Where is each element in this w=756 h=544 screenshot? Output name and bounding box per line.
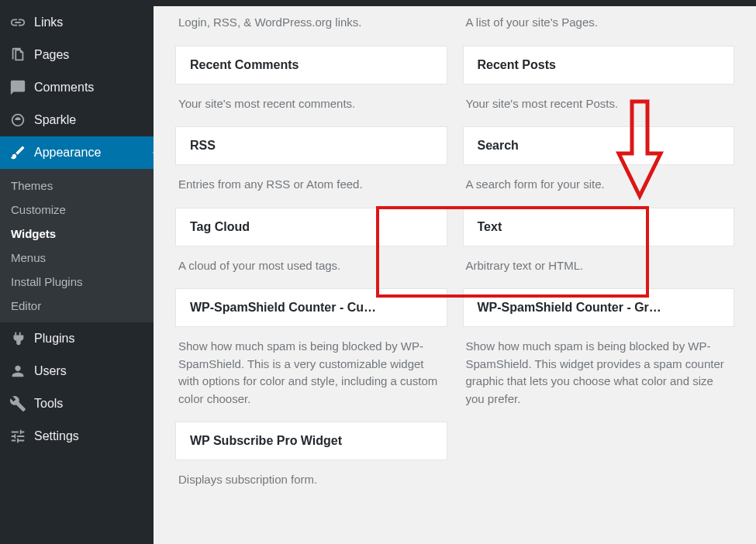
widget-subscribe-pro[interactable]: WP Subscribe Pro Widget xyxy=(175,422,447,460)
widget-rss[interactable]: RSS xyxy=(175,126,447,165)
widget-recent-comments[interactable]: Recent Comments xyxy=(175,46,447,84)
user-icon xyxy=(9,363,26,380)
sliders-icon xyxy=(9,428,26,445)
submenu-item-customize[interactable]: Customize xyxy=(0,198,154,222)
sidebar-item-plugins[interactable]: Plugins xyxy=(0,322,154,355)
sidebar-item-sparkle[interactable]: Sparkle xyxy=(0,104,154,136)
plug-icon xyxy=(9,330,26,347)
admin-wrapper: Links Pages Comments Sparkle Appearance xyxy=(0,6,756,544)
sidebar-item-tools[interactable]: Tools xyxy=(0,387,154,420)
widget-desc: Show how much spam is being blocked by W… xyxy=(463,327,735,412)
submenu-item-themes[interactable]: Themes xyxy=(0,174,154,198)
sparkle-icon xyxy=(9,112,26,129)
widget-spamshield-graphic[interactable]: WP-SpamShield Counter - Gr… xyxy=(463,288,735,327)
widget-desc: A search form for your site. xyxy=(463,165,735,198)
sidebar-item-label: Links xyxy=(34,15,63,29)
main-content: Login, RSS, & WordPress.org links. Recen… xyxy=(154,6,756,544)
submenu-item-menus[interactable]: Menus xyxy=(0,246,154,270)
submenu-item-widgets[interactable]: Widgets xyxy=(0,222,154,246)
widget-desc: Your site's most recent Posts. xyxy=(463,84,735,118)
top-bar xyxy=(0,0,756,6)
sidebar-item-label: Pages xyxy=(34,48,69,62)
widget-desc: Show how much spam is being blocked by W… xyxy=(175,327,447,412)
sidebar-item-label: Sparkle xyxy=(34,113,76,127)
widget-tag-cloud[interactable]: Tag Cloud xyxy=(175,208,447,246)
sidebar: Links Pages Comments Sparkle Appearance xyxy=(0,6,154,544)
comments-icon xyxy=(9,79,26,96)
widget-desc: Arbitrary text or HTML. xyxy=(463,246,735,280)
widget-col-left: Login, RSS, & WordPress.org links. Recen… xyxy=(175,14,447,494)
sidebar-item-users[interactable]: Users xyxy=(0,355,154,387)
wrench-icon xyxy=(9,395,26,412)
brush-icon xyxy=(9,144,26,161)
widget-desc: A cloud of your most used tags. xyxy=(175,246,447,280)
widget-col-right: A list of your site's Pages. Recent Post… xyxy=(463,14,735,494)
widget-desc: Your site's most recent comments. xyxy=(175,84,447,118)
sidebar-item-links[interactable]: Links xyxy=(0,6,154,39)
submenu-item-install-plugins[interactable]: Install Plugins xyxy=(0,270,154,294)
widget-grid: Login, RSS, & WordPress.org links. Recen… xyxy=(175,14,734,494)
widget-desc: Login, RSS, & WordPress.org links. xyxy=(175,14,447,36)
widget-recent-posts[interactable]: Recent Posts xyxy=(463,46,735,84)
sidebar-item-pages[interactable]: Pages xyxy=(0,39,154,71)
link-icon xyxy=(9,14,26,31)
sidebar-item-label: Appearance xyxy=(34,146,101,160)
sidebar-item-settings[interactable]: Settings xyxy=(0,420,154,453)
widget-desc: A list of your site's Pages. xyxy=(463,14,735,36)
widget-search[interactable]: Search xyxy=(463,126,735,165)
submenu-item-editor[interactable]: Editor xyxy=(0,294,154,318)
sidebar-item-label: Plugins xyxy=(34,332,74,346)
sidebar-item-label: Users xyxy=(34,364,67,378)
sidebar-item-label: Tools xyxy=(34,397,63,411)
widget-desc: Displays subscription form. xyxy=(175,460,447,494)
sidebar-item-comments[interactable]: Comments xyxy=(0,71,154,104)
sidebar-item-appearance[interactable]: Appearance xyxy=(0,136,154,169)
submenu-appearance: Themes Customize Widgets Menus Install P… xyxy=(0,169,154,322)
widget-text[interactable]: Text xyxy=(463,208,735,246)
widget-spamshield-custom[interactable]: WP-SpamShield Counter - Cu… xyxy=(175,288,447,327)
pages-icon xyxy=(9,46,26,64)
sidebar-item-label: Settings xyxy=(34,429,79,443)
sidebar-item-label: Comments xyxy=(34,81,94,95)
widget-desc: Entries from any RSS or Atom feed. xyxy=(175,165,447,198)
